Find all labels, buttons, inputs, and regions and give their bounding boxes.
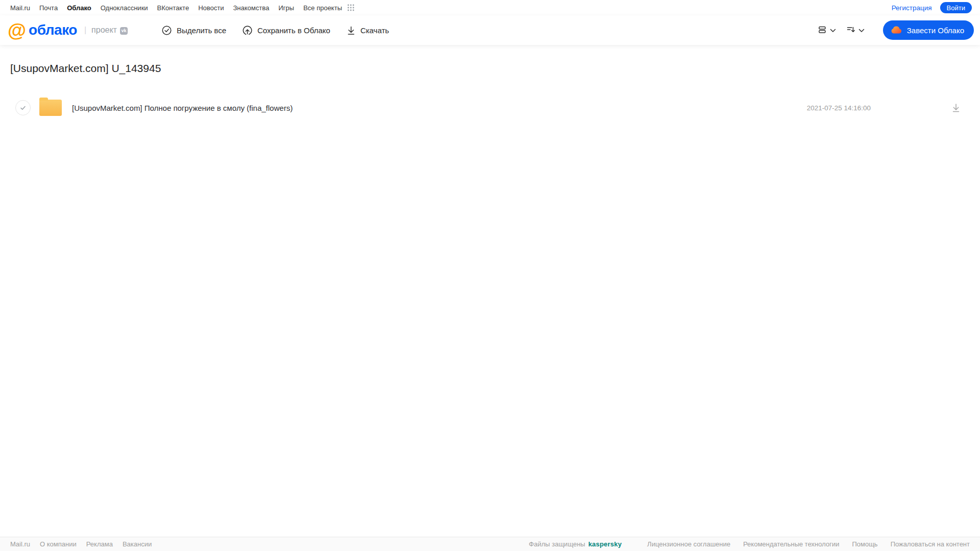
- kaspersky-logo[interactable]: kaspersky: [588, 540, 622, 548]
- topnav-link[interactable]: Новости: [198, 4, 224, 12]
- footer-link[interactable]: Рекомендательные технологии: [743, 540, 839, 548]
- registration-link[interactable]: Регистрация: [892, 4, 932, 12]
- view-mode-toggle[interactable]: [818, 25, 836, 36]
- chevron-down-icon: [830, 27, 836, 34]
- download-icon: [347, 26, 355, 35]
- footer-link[interactable]: Лицензионное соглашение: [647, 540, 730, 548]
- footer-link[interactable]: О компании: [40, 540, 77, 548]
- app-header: @ облако | проект vk Выделить все Сохран…: [0, 15, 980, 45]
- file-date: 2021-07-25 14:16:00: [807, 104, 871, 112]
- topnav-link[interactable]: Облако: [67, 4, 91, 12]
- download-icon: [951, 103, 961, 113]
- save-to-cloud-button[interactable]: Сохранить в Облако: [243, 26, 330, 35]
- folder-icon: [39, 100, 62, 116]
- topnav-link[interactable]: Все проекты: [303, 4, 342, 12]
- footer: Mail.ruО компанииРекламаВакансии Файлы з…: [0, 537, 980, 551]
- footer-link[interactable]: Реклама: [86, 540, 113, 548]
- list-view-icon: [818, 25, 827, 36]
- all-projects-grid-icon[interactable]: [347, 4, 354, 11]
- page-title: [UsupovMarket.com] U_143945: [0, 62, 980, 75]
- check-icon: [18, 103, 28, 112]
- select-all-button[interactable]: Выделить все: [162, 26, 226, 35]
- topnav-link[interactable]: Mail.ru: [10, 4, 30, 12]
- row-checkbox[interactable]: [15, 100, 31, 115]
- cloud-upload-icon: [243, 26, 252, 35]
- portal-topnav: Mail.ruПочтаОблакоОдноклассникиВКонтакте…: [0, 0, 980, 15]
- file-name-link[interactable]: [UsupovMarket.com] Полное погружение в с…: [72, 104, 293, 112]
- file-list: [UsupovMarket.com] Полное погружение в с…: [0, 98, 980, 118]
- vk-logo-icon: vk: [120, 27, 128, 35]
- footer-link[interactable]: Помощь: [852, 540, 877, 548]
- topnav-link[interactable]: ВКонтакте: [157, 4, 189, 12]
- logo-wordmark: облако: [29, 22, 77, 38]
- cloud-icon: [890, 25, 902, 36]
- row-download-button[interactable]: [951, 103, 961, 113]
- select-all-label: Выделить все: [177, 26, 226, 35]
- mailru-at-icon: @: [8, 21, 26, 40]
- topnav-link[interactable]: Почта: [39, 4, 58, 12]
- footer-link[interactable]: Пожаловаться на контент: [891, 540, 970, 548]
- topnav-link[interactable]: Игры: [278, 4, 294, 12]
- file-row[interactable]: [UsupovMarket.com] Полное погружение в с…: [0, 98, 980, 118]
- logo-divider: |: [84, 26, 86, 35]
- chevron-down-icon: [858, 27, 865, 34]
- download-label: Скачать: [361, 26, 389, 35]
- project-vk-label: проект: [91, 26, 117, 35]
- topnav-link[interactable]: Знакомства: [233, 4, 269, 12]
- topnav-link[interactable]: Одноклассники: [101, 4, 148, 12]
- login-button[interactable]: Войти: [940, 2, 972, 13]
- check-circle-icon: [162, 26, 172, 35]
- files-protected-label: Файлы защищены: [529, 540, 585, 548]
- footer-link[interactable]: Mail.ru: [10, 540, 30, 548]
- sort-icon: [846, 25, 855, 36]
- cloud-logo[interactable]: @ облако | проект vk: [8, 21, 162, 40]
- footer-link[interactable]: Вакансии: [123, 540, 152, 548]
- get-cloud-label: Завести Облако: [907, 26, 964, 35]
- download-button[interactable]: Скачать: [347, 26, 389, 35]
- file-actions-toolbar: Выделить все Сохранить в Облако Скачать: [162, 26, 389, 35]
- sort-order-toggle[interactable]: [846, 25, 865, 36]
- header-right-controls: Завести Облако: [818, 20, 974, 40]
- save-to-cloud-label: Сохранить в Облако: [257, 26, 330, 35]
- get-cloud-button[interactable]: Завести Облако: [883, 20, 974, 40]
- main-content: [UsupovMarket.com] U_143945 [UsupovMarke…: [0, 45, 980, 537]
